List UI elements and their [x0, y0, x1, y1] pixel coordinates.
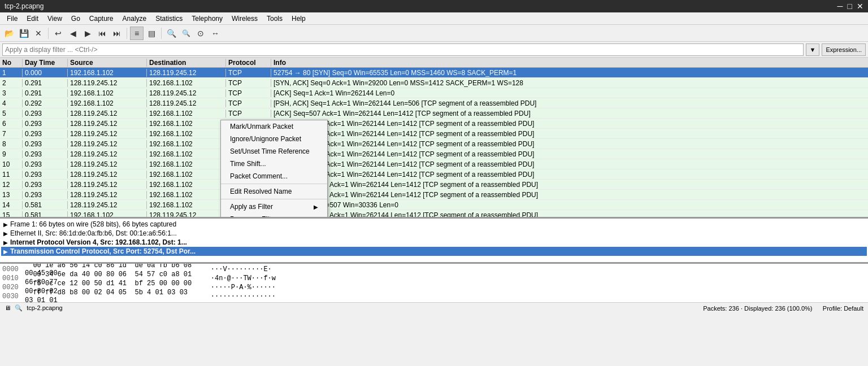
cell-dst: 192.168.1.102 — [147, 171, 226, 178]
cols-button[interactable]: ▤ — [145, 27, 158, 40]
menu-item-analyze[interactable]: Analyze — [118, 14, 151, 24]
detail-row-frame[interactable]: ▶ Frame 1: 66 bytes on wire (528 bits), … — [1, 220, 867, 229]
hex-bytes-3: ff ff d8 b8 00 02 04 05 5b 4 01 03 03 03… — [25, 289, 194, 302]
menu-item-file[interactable]: File — [2, 14, 22, 24]
packet-row[interactable]: 15 0.581 192.168.1.102 128.119.245.12 TC… — [0, 210, 868, 219]
cell-time: 0.581 — [23, 201, 68, 209]
cell-time: 0.293 — [23, 150, 68, 158]
expand-tcp-icon: ▶ — [3, 249, 8, 255]
cell-time: 0.293 — [23, 120, 68, 128]
ctx-edit-resolved[interactable]: Edit Resolved Name — [221, 185, 327, 198]
hex-offset-3: 0030 — [2, 293, 25, 300]
filter-arrow-button[interactable]: ▼ — [806, 43, 820, 56]
menu-item-capture[interactable]: Capture — [85, 14, 118, 24]
cell-no: 9 — [0, 150, 23, 158]
packet-row[interactable]: 9 0.293 128.119.245.12 192.168.1.102 TCP… — [0, 149, 868, 159]
detail-row-ethernet[interactable]: ▶ Ethernet II, Src: 86:1d:de:0a:fb:b6, D… — [1, 229, 867, 238]
cell-time: 0.293 — [23, 140, 68, 148]
open-button[interactable]: 📂 — [2, 27, 16, 40]
menu-item-go[interactable]: Go — [67, 14, 85, 24]
title-bar-controls: ─ □ ✕ — [837, 2, 863, 11]
packet-row[interactable]: 12 0.293 128.119.245.12 192.168.1.102 TC… — [0, 180, 868, 190]
status-icon2: 🔍 — [15, 304, 23, 311]
display-filter-input[interactable] — [2, 43, 804, 56]
ctx-ignore-unignore[interactable]: Ignore/Unignore Packet — [221, 133, 327, 145]
ctx-apply-filter[interactable]: Apply as Filter ▶ — [221, 201, 327, 213]
packet-row[interactable]: 6 0.293 128.119.245.12 192.168.1.102 TCP… — [0, 119, 868, 129]
detail-frame-text: Frame 1: 66 bytes on wire (528 bits), 66… — [10, 220, 176, 228]
col-header-dst: Destination — [147, 59, 226, 67]
menu-item-view[interactable]: View — [43, 14, 67, 24]
cell-no: 5 — [0, 110, 23, 117]
resize-cols-button[interactable]: ↔ — [209, 27, 222, 40]
packet-row[interactable]: 1 0.000 192.168.1.102 128.119.245.12 TCP… — [0, 68, 868, 78]
cell-no: 14 — [0, 201, 23, 209]
cell-src: 128.119.245.12 — [68, 181, 147, 189]
cell-dst: 192.168.1.102 — [147, 120, 226, 128]
cell-time: 0.293 — [23, 171, 68, 178]
cell-no: 4 — [0, 99, 23, 107]
close-file-button[interactable]: ✕ — [32, 27, 45, 40]
col-header-info: Info — [271, 59, 868, 67]
title-bar: tcp-2.pcapng ─ □ ✕ — [0, 0, 868, 12]
packet-row[interactable]: 13 0.293 128.119.245.12 192.168.1.102 TC… — [0, 190, 868, 200]
menu-item-telephony[interactable]: Telephony — [187, 14, 227, 24]
save-button[interactable]: 💾 — [17, 27, 31, 40]
menu-item-tools[interactable]: Tools — [262, 14, 287, 24]
detail-row-tcp[interactable]: ▶ Transmission Control Protocol, Src Por… — [1, 247, 867, 256]
packet-row[interactable]: 7 0.293 128.119.245.12 192.168.1.102 TCP… — [0, 129, 868, 139]
cell-dst: 192.168.1.102 — [147, 140, 226, 148]
cell-proto: TCP — [226, 89, 271, 97]
packet-row[interactable]: 5 0.293 128.119.245.12 192.168.1.102 TCP… — [0, 108, 868, 119]
detail-row-ip[interactable]: ▶ Internet Protocol Version 4, Src: 192.… — [1, 238, 867, 247]
cell-time: 0.293 — [23, 160, 68, 168]
cell-src: 192.168.1.102 — [68, 99, 147, 107]
expression-button[interactable]: Expression... — [822, 43, 866, 56]
maximize-button[interactable]: □ — [848, 2, 852, 11]
zoom-out-button[interactable]: 🔍 — [179, 27, 193, 40]
menu-item-help[interactable]: Help — [287, 14, 310, 24]
cell-src: 128.119.245.12 — [68, 79, 147, 87]
reload-button[interactable]: ↩ — [51, 27, 65, 40]
zoom-in-button[interactable]: 🔍 — [164, 27, 178, 40]
expand-ip-icon: ▶ — [3, 239, 8, 246]
packet-row[interactable]: 10 0.293 128.119.245.12 192.168.1.102 TC… — [0, 159, 868, 169]
last-packet-button[interactable]: ⏭ — [110, 27, 124, 40]
menu-item-edit[interactable]: Edit — [22, 14, 43, 24]
filter-bar: ▼ Expression... — [0, 42, 868, 58]
ctx-packet-comment[interactable]: Packet Comment... — [221, 170, 327, 182]
cell-proto: TCP — [226, 99, 271, 107]
cell-no: 12 — [0, 181, 23, 189]
menu-item-statistics[interactable]: Statistics — [151, 14, 187, 24]
zoom-reset-button[interactable]: ⊙ — [194, 27, 207, 40]
cell-dst: 192.168.1.102 — [147, 160, 226, 168]
context-menu: Mark/Unmark Packet Ignore/Unignore Packe… — [220, 120, 328, 219]
prev-packet-button[interactable]: ◀ — [66, 27, 80, 40]
ctx-set-time-ref[interactable]: Set/Unset Time Reference — [221, 145, 327, 158]
cell-no: 11 — [0, 171, 23, 178]
hex-ascii-1: ·4n·@···TW···f·w — [194, 274, 276, 282]
next-packet-button[interactable]: ▶ — [81, 27, 94, 40]
cell-time: 0.293 — [23, 110, 68, 117]
col-header-time: Day Time — [23, 59, 68, 67]
packet-row[interactable]: 2 0.291 128.119.245.12 192.168.1.102 TCP… — [0, 78, 868, 88]
packet-row[interactable]: 14 0.581 128.119.245.12 192.168.1.102 TC… — [0, 200, 868, 210]
cell-src: 192.168.1.102 — [68, 211, 147, 219]
cell-info: [ACK] Seq=4743 Ack=1 Win=262144 Len=1412… — [271, 140, 868, 148]
ctx-mark-unmark[interactable]: Mark/Unmark Packet — [221, 120, 327, 133]
packet-row[interactable]: 4 0.292 192.168.1.102 128.119.245.12 TCP… — [0, 98, 868, 108]
status-profile-icon: 🖥 — [5, 304, 11, 311]
packet-row[interactable]: 8 0.293 128.119.245.12 192.168.1.102 TCP… — [0, 139, 868, 149]
status-filename: tcp-2.pcapng — [27, 304, 63, 311]
ctx-time-shift[interactable]: Time Shift... — [221, 158, 327, 170]
minimize-button[interactable]: ─ — [837, 2, 843, 11]
title-bar-text: tcp-2.pcapng — [5, 2, 44, 10]
menu-item-wireless[interactable]: Wireless — [227, 14, 262, 24]
packet-row[interactable]: 11 0.293 128.119.245.12 192.168.1.102 TC… — [0, 169, 868, 180]
cell-no: 1 — [0, 69, 23, 77]
status-profile: Profile: Default — [823, 305, 863, 312]
packet-row[interactable]: 3 0.291 192.168.1.102 128.119.245.12 TCP… — [0, 88, 868, 98]
autoscroll-button[interactable]: ≡ — [130, 27, 144, 40]
close-button[interactable]: ✕ — [857, 2, 863, 11]
first-packet-button[interactable]: ⏮ — [96, 27, 109, 40]
